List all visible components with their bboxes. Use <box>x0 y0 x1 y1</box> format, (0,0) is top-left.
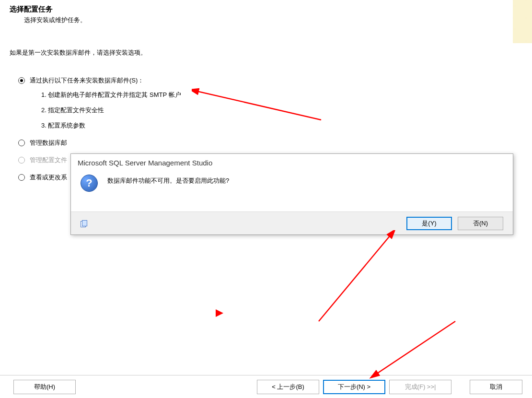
intro-text: 如果是第一次安装数据库邮件，请选择安装选项。 <box>10 48 522 57</box>
radio-install-dbmail[interactable]: 通过执行以下任务来安装数据库邮件(S)： <box>18 76 522 85</box>
dialog-title: Microsoft SQL Server Management Studio <box>71 154 513 170</box>
radio-view-change-label: 查看或更改系 <box>30 173 67 182</box>
cancel-button[interactable]: 取消 <box>470 380 522 394</box>
page-title: 选择配置任务 <box>10 5 522 14</box>
sub-profile-security: 2. 指定配置文件安全性 <box>41 106 522 115</box>
page-subtitle: 选择安装或维护任务。 <box>24 16 522 24</box>
annotation-arrow-3 <box>369 316 465 384</box>
page-corner-decor <box>513 0 532 43</box>
yes-button[interactable]: 是(Y) <box>406 217 452 230</box>
radio-empty-icon <box>18 157 25 164</box>
dialog-body: ? 数据库邮件功能不可用。是否要启用此功能? <box>71 170 513 197</box>
wizard-footer: 帮助(H) < 上一步(B) 下一步(N) > 完成(F) >>| 取消 <box>0 375 532 398</box>
dialog-footer: 是(Y) 否(N) <box>71 211 513 234</box>
wizard-header: 选择配置任务 选择安装或维护任务。 <box>0 0 532 24</box>
radio-install-label: 通过执行以下任务来安装数据库邮件(S)： <box>30 76 144 85</box>
radio-manage-dbmail[interactable]: 管理数据库邮 <box>18 139 522 147</box>
annotation-marker <box>216 309 225 317</box>
radio-empty-icon <box>18 174 25 181</box>
sub-smtp-profile: 1. 创建新的电子邮件配置文件并指定其 SMTP 帐户 <box>41 91 522 99</box>
no-button[interactable]: 否(N) <box>458 217 503 230</box>
radio-manage-dbmail-label: 管理数据库邮 <box>30 139 67 147</box>
copy-icon[interactable] <box>81 220 87 227</box>
svg-line-2 <box>376 321 455 374</box>
sub-system-params: 3. 配置系统参数 <box>41 121 522 130</box>
install-sub-list: 1. 创建新的电子邮件配置文件并指定其 SMTP 帐户 2. 指定配置文件安全性… <box>41 91 522 130</box>
back-button[interactable]: < 上一步(B) <box>257 380 319 394</box>
cancel-group: 取消 <box>466 380 522 394</box>
radio-empty-icon <box>18 140 25 146</box>
svg-line-1 <box>319 235 391 321</box>
question-icon: ? <box>81 175 98 192</box>
next-button[interactable]: 下一步(N) > <box>323 380 385 394</box>
finish-button: 完成(F) >>| <box>389 380 451 394</box>
dialog-footer-left <box>81 220 87 227</box>
radio-dot-icon <box>18 77 25 84</box>
annotation-arrow-2 <box>314 230 439 374</box>
dialog-message: 数据库邮件功能不可用。是否要启用此功能? <box>107 175 229 185</box>
confirm-dialog: Microsoft SQL Server Management Studio ?… <box>70 153 513 235</box>
help-button[interactable]: 帮助(H) <box>13 380 76 394</box>
radio-manage-profile-label: 管理配置文件 <box>30 156 67 164</box>
